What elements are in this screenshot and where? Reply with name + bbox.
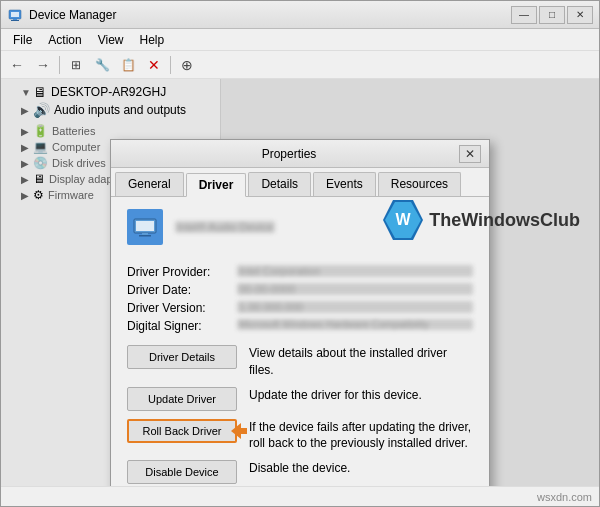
digital-signer-row: Digital Signer: Microsoft Windows Hardwa… [127,319,473,333]
disable-device-row: Disable Device Disable the device. [127,460,473,484]
update-driver-row: Update Driver Update the driver for this… [127,387,473,411]
driver-date-label: Driver Date: [127,283,237,297]
svg-rect-3 [11,20,19,21]
update-driver-desc: Update the driver for this device. [249,387,422,404]
tab-driver[interactable]: Driver [186,173,247,197]
window-controls: — □ ✕ [511,6,593,24]
tab-events[interactable]: Events [313,172,376,196]
help-button[interactable]: ⊕ [175,54,199,76]
device-header: Intel® Audio Device [127,209,473,253]
menu-file[interactable]: File [5,31,40,49]
app-icon [7,7,23,23]
dialog-title-bar: Properties ✕ [111,140,489,168]
menu-help[interactable]: Help [132,31,173,49]
forward-button[interactable]: → [31,54,55,76]
dialog-close-button[interactable]: ✕ [459,145,481,163]
update-driver-button[interactable]: Update Driver [127,387,237,411]
driver-info-table: Driver Provider: Intel Corporation Drive… [127,265,473,333]
driver-details-row: Driver Details View details about the in… [127,345,473,379]
svg-marker-8 [231,423,247,439]
driver-details-button[interactable]: Driver Details [127,345,237,369]
update-button[interactable]: 🔧 [90,54,114,76]
svg-rect-5 [136,221,154,231]
driver-date-row: Driver Date: 00-00-0000 [127,283,473,297]
main-content: ▼ 🖥 DESKTOP-AR92GHJ ▶ 🔊 Audio inputs and… [1,79,599,486]
close-button[interactable]: ✕ [567,6,593,24]
minimize-button[interactable]: — [511,6,537,24]
window-title: Device Manager [29,8,511,22]
driver-version-row: Driver Version: 1.00.000.000 [127,301,473,315]
device-icon [127,209,163,245]
orange-arrow-annotation [227,421,247,441]
driver-provider-row: Driver Provider: Intel Corporation [127,265,473,279]
svg-rect-7 [139,235,151,237]
properties-button[interactable]: ⊞ [64,54,88,76]
modal-overlay: Properties ✕ General Driver Details Even… [1,79,599,486]
svg-rect-1 [11,12,19,17]
roll-back-driver-row: Roll Back Driver If the device fails aft… [127,419,473,453]
wsxdn-label: wsxdn.com [537,491,592,503]
scan-button[interactable]: 📋 [116,54,140,76]
device-name-label: Intel® Audio Device [175,221,275,233]
disable-device-desc: Disable the device. [249,460,350,477]
toolbar: ← → ⊞ 🔧 📋 ✕ ⊕ [1,51,599,79]
digital-signer-label: Digital Signer: [127,319,237,333]
dialog-body: Intel® Audio Device Driver Provider: Int… [111,197,489,486]
disable-device-button[interactable]: Disable Device [127,460,237,484]
tab-details[interactable]: Details [248,172,311,196]
maximize-button[interactable]: □ [539,6,565,24]
title-bar: Device Manager — □ ✕ [1,1,599,29]
dialog-title: Properties [119,147,459,161]
menu-view[interactable]: View [90,31,132,49]
driver-provider-value: Intel Corporation [237,265,473,277]
driver-version-value: 1.00.000.000 [237,301,473,313]
driver-date-value: 00-00-0000 [237,283,473,295]
driver-provider-label: Driver Provider: [127,265,237,279]
menu-action[interactable]: Action [40,31,89,49]
status-bar [1,486,599,506]
remove-button[interactable]: ✕ [142,54,166,76]
tab-bar: General Driver Details Events Resources [111,168,489,197]
device-manager-window: Device Manager — □ ✕ File Action View He… [0,0,600,507]
driver-details-desc: View details about the installed driver … [249,345,473,379]
digital-signer-value: Microsoft Windows Hardware Compatibility [237,319,473,330]
tab-resources[interactable]: Resources [378,172,461,196]
properties-dialog: Properties ✕ General Driver Details Even… [110,139,490,486]
roll-back-desc: If the device fails after updating the d… [249,419,473,453]
toolbar-separator-1 [59,56,60,74]
driver-version-label: Driver Version: [127,301,237,315]
back-button[interactable]: ← [5,54,29,76]
toolbar-separator-2 [170,56,171,74]
tab-general[interactable]: General [115,172,184,196]
menu-bar: File Action View Help [1,29,599,51]
roll-back-driver-button[interactable]: Roll Back Driver [127,419,237,443]
